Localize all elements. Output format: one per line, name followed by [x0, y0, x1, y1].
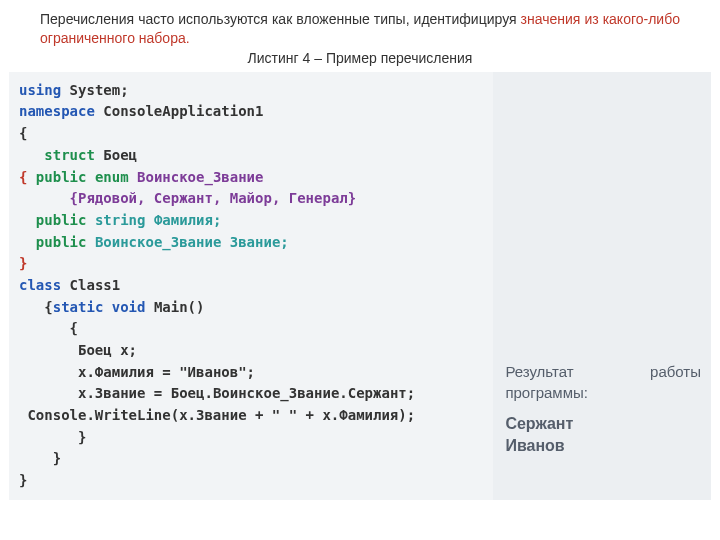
kw-public-2: public [36, 212, 87, 228]
output-column: Результат работы программы: Сержант Иван… [493, 72, 711, 500]
field-familia: Фамилия; [154, 212, 221, 228]
body-line-3: х.Звание = Боец.Воинское_Звание.Сержант; [78, 385, 415, 401]
kw-using: using [19, 82, 61, 98]
enum-open: { [70, 190, 78, 206]
listing-panel: using System; namespace ConsoleApplicati… [9, 72, 711, 500]
code-column: using System; namespace ConsoleApplicati… [9, 72, 493, 500]
ns-name: ConsoleApplication1 [103, 103, 263, 119]
code-block: using System; namespace ConsoleApplicati… [19, 80, 485, 492]
kw-void: void [112, 299, 146, 315]
field-zvanie: Звание; [230, 234, 289, 250]
brace-open-3: { [44, 299, 52, 315]
kw-class: class [19, 277, 61, 293]
enum-members: Рядовой, Сержант, Майор, Генерал [78, 190, 348, 206]
output-label-row: Результат работы [505, 361, 701, 382]
class-name: Class1 [70, 277, 121, 293]
kw-enum: enum [95, 169, 129, 185]
output-result: Сержант Иванов [505, 413, 701, 492]
body-line-2: х.Фамилия = "Иванов"; [78, 364, 255, 380]
enum-name: Воинское_Звание [137, 169, 263, 185]
kw-static: static [53, 299, 104, 315]
output-label-c: программы: [505, 382, 701, 403]
output-label-b: работы [650, 361, 701, 382]
listing-caption: Листинг 4 – Пример перечисления [0, 50, 720, 72]
body-line-4: Console.WriteLine(x.Звание + " " + x.Фам… [27, 407, 415, 423]
enum-close: } [348, 190, 356, 206]
brace-close-1: } [19, 472, 27, 488]
kw-public-1: public [36, 169, 87, 185]
kw-struct: struct [44, 147, 95, 163]
struct-name: Боец [103, 147, 137, 163]
field-type-2: Воинское_Звание [95, 234, 221, 250]
brace-close-3: } [53, 450, 61, 466]
kw-namespace: namespace [19, 103, 95, 119]
output-label-a: Результат [505, 361, 573, 382]
intro-text-plain: Перечисления часто используются как влож… [40, 11, 521, 27]
intro-paragraph: Перечисления часто используются как влож… [0, 0, 720, 48]
body-line-1: Боец х; [78, 342, 137, 358]
using-ns: System; [70, 82, 129, 98]
brace-open-2: { [19, 169, 36, 185]
kw-public-3: public [36, 234, 87, 250]
brace-open-4: { [70, 320, 78, 336]
kw-string: string [95, 212, 146, 228]
brace-open-1: { [19, 125, 27, 141]
main-sig: Main() [154, 299, 205, 315]
brace-close-4: } [78, 429, 86, 445]
brace-close-2: } [19, 255, 27, 271]
